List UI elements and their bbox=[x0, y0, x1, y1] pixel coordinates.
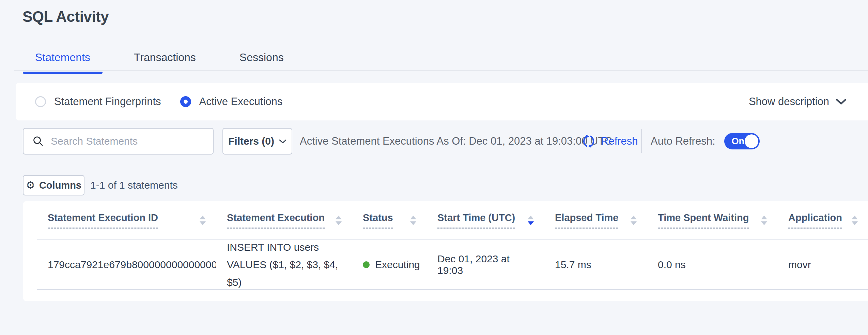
sort-icon bbox=[761, 216, 767, 225]
as-of-timestamp: Active Statement Executions As Of: Dec 0… bbox=[300, 128, 612, 155]
auto-refresh-label: Auto Refresh: bbox=[651, 135, 715, 147]
gear-icon: ⚙ bbox=[26, 180, 35, 190]
cell-elapsed-time: 15.7 ms bbox=[544, 240, 647, 289]
refresh-button[interactable]: Refresh bbox=[581, 128, 638, 155]
column-label: Statement Execution ID bbox=[48, 212, 158, 229]
tab-transactions[interactable]: Transactions bbox=[122, 51, 208, 72]
toggle-knob bbox=[745, 134, 758, 148]
cell-time-spent-waiting: 0.0 ns bbox=[647, 240, 777, 289]
column-header-status[interactable]: Status bbox=[352, 201, 427, 239]
toggle-state-label: On bbox=[732, 136, 745, 147]
refresh-label: Refresh bbox=[601, 135, 638, 147]
radio-statement-fingerprints[interactable]: Statement Fingerprints bbox=[35, 96, 161, 108]
sql-activity-page: SQL Activity Statements Transactions Ses… bbox=[0, 0, 868, 335]
column-label: Statement Execution bbox=[227, 212, 325, 229]
tab-label: Sessions bbox=[239, 51, 284, 64]
table-header-row: Statement Execution ID Statement Executi… bbox=[37, 201, 868, 240]
show-description-toggle[interactable]: Show description bbox=[749, 96, 846, 108]
auto-refresh-group: Auto Refresh: On bbox=[651, 128, 760, 155]
columns-label: Columns bbox=[39, 180, 81, 191]
table-controls: ⚙ Columns 1-1 of 1 statements bbox=[0, 175, 868, 195]
radio-label: Active Executions bbox=[199, 96, 283, 108]
sort-icon bbox=[852, 216, 858, 225]
column-label: Elapsed Time bbox=[555, 212, 618, 229]
column-header-start-time[interactable]: Start Time (UTC) bbox=[427, 201, 544, 239]
sort-icon bbox=[200, 216, 206, 225]
statements-table-card: Statement Execution ID Statement Executi… bbox=[23, 201, 868, 301]
radio-label: Statement Fingerprints bbox=[54, 96, 161, 108]
radio-active-executions[interactable]: Active Executions bbox=[180, 96, 283, 108]
column-header-time-spent-waiting[interactable]: Time Spent Waiting bbox=[647, 201, 777, 239]
table-row[interactable]: 179cca7921e679b80000000000000001 INSERT … bbox=[37, 240, 868, 290]
toolbar: Filters (0) Active Statement Executions … bbox=[0, 128, 868, 155]
column-header-elapsed-time[interactable]: Elapsed Time bbox=[544, 201, 647, 239]
column-label: Start Time (UTC) bbox=[437, 212, 515, 229]
status-label: Executing bbox=[375, 259, 420, 271]
page-title: SQL Activity bbox=[22, 8, 109, 25]
filters-button[interactable]: Filters (0) bbox=[222, 128, 292, 155]
refresh-icon bbox=[581, 134, 596, 149]
column-label: Time Spent Waiting bbox=[658, 212, 749, 229]
cell-execution-id: 179cca7921e679b80000000000000001 bbox=[37, 240, 216, 289]
sort-icon-active-desc bbox=[528, 216, 534, 225]
column-header-statement-execution[interactable]: Statement Execution bbox=[216, 201, 352, 239]
tab-sessions[interactable]: Sessions bbox=[227, 51, 296, 72]
tab-label: Transactions bbox=[134, 51, 196, 64]
cell-start-time: Dec 01, 2023 at 19:03 bbox=[427, 240, 544, 289]
column-label: Application bbox=[788, 212, 842, 229]
statement-text: INSERT INTO users VALUES ($1, $2, $3, $4… bbox=[227, 240, 345, 289]
column-header-application[interactable]: Application bbox=[777, 201, 868, 239]
sort-icon bbox=[631, 216, 637, 225]
search-input[interactable] bbox=[51, 135, 206, 147]
cell-statement: INSERT INTO users VALUES ($1, $2, $3, $4… bbox=[216, 240, 352, 289]
radio-icon bbox=[180, 96, 191, 107]
statements-table: Statement Execution ID Statement Executi… bbox=[37, 201, 868, 290]
tab-statements[interactable]: Statements bbox=[23, 51, 103, 72]
sort-icon bbox=[410, 216, 416, 225]
auto-refresh-toggle[interactable]: On bbox=[724, 133, 760, 149]
sort-icon bbox=[336, 216, 342, 225]
column-header-statement-execution-id[interactable]: Statement Execution ID bbox=[37, 201, 216, 239]
cell-status: Executing bbox=[352, 240, 427, 289]
chevron-down-icon bbox=[836, 98, 846, 105]
tab-bar: Statements Transactions Sessions bbox=[23, 51, 296, 72]
chevron-down-icon bbox=[279, 139, 286, 144]
show-description-label: Show description bbox=[749, 96, 829, 108]
column-label: Status bbox=[363, 212, 393, 229]
search-icon bbox=[32, 135, 44, 147]
cell-application: movr bbox=[777, 240, 868, 289]
status-executing-dot bbox=[363, 261, 370, 268]
divider bbox=[641, 129, 642, 153]
search-box bbox=[23, 128, 214, 155]
radio-icon bbox=[35, 96, 46, 107]
view-mode-card: Statement Fingerprints Active Executions… bbox=[16, 83, 868, 120]
results-count: 1-1 of 1 statements bbox=[90, 175, 178, 195]
columns-button[interactable]: ⚙ Columns bbox=[23, 175, 84, 195]
tab-label: Statements bbox=[35, 51, 90, 64]
filters-label: Filters (0) bbox=[228, 135, 274, 147]
